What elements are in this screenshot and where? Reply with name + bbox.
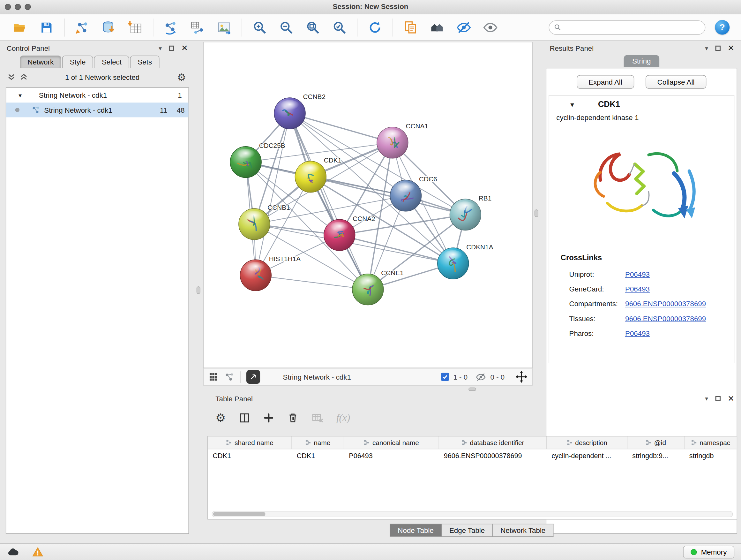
network-node-RB1[interactable] [450, 199, 481, 230]
search-input[interactable] [564, 23, 700, 31]
show-graphics-button[interactable] [479, 16, 501, 38]
column-header-canonical-name[interactable]: canonical name [344, 436, 439, 449]
open-session-button[interactable] [9, 16, 30, 38]
home-button[interactable] [426, 16, 448, 38]
collection-caret-icon[interactable]: ▼ [17, 92, 23, 98]
zoom-out-button[interactable] [275, 16, 297, 38]
add-column-button[interactable] [263, 412, 274, 424]
tab-sets[interactable]: Sets [130, 56, 159, 68]
zoom-in-button[interactable] [249, 16, 270, 38]
delete-column-button[interactable] [287, 412, 298, 424]
cell-id[interactable]: stringdb:9... [627, 449, 684, 462]
cell-canonical-name[interactable]: P06493 [344, 449, 439, 462]
tab-style[interactable]: Style [62, 56, 93, 68]
scrollbar-thumb[interactable] [213, 512, 266, 516]
panel-float-icon[interactable] [169, 45, 174, 51]
network-node-CCNA1[interactable] [377, 127, 408, 159]
column-header-name[interactable]: name [292, 436, 344, 449]
horizontal-scrollbar[interactable] [212, 511, 733, 517]
network-node-CDK1[interactable] [295, 161, 326, 192]
network-collection-row[interactable]: ▼ String Network - cdk1 1 [6, 88, 188, 103]
cell-description[interactable]: cyclin-dependent ... [547, 449, 628, 462]
network-from-selection-button[interactable] [160, 16, 182, 38]
network-options-gear-icon[interactable]: ⚙ [177, 72, 186, 82]
cell-database-identifier[interactable]: 9606.ENSP00000378699 [439, 449, 547, 462]
function-builder-button[interactable]: f(x) [336, 412, 350, 424]
cloud-sync-button[interactable] [7, 546, 19, 558]
help-button[interactable]: ? [715, 20, 730, 35]
network-node-HIST1H1A[interactable] [240, 260, 271, 291]
collapse-all-networks-button[interactable] [8, 73, 15, 81]
panel-float-icon[interactable] [715, 396, 720, 401]
selected-checkbox-icon[interactable] [441, 373, 449, 381]
zoom-fit-button[interactable] [302, 16, 324, 38]
network-edge-CCNB2-CCNE1[interactable] [290, 113, 368, 290]
panel-menu-icon[interactable]: ▾ [705, 44, 708, 51]
grid-view-button[interactable] [208, 372, 218, 382]
network-node-CDKN1A[interactable] [437, 248, 469, 279]
network-edge-CCNB2-HIST1H1A[interactable] [256, 113, 290, 275]
import-database-button[interactable] [98, 16, 119, 38]
crosslink-value-link[interactable]: P06493 [625, 270, 650, 278]
network-node-CCNB1[interactable] [239, 208, 270, 240]
crosslink-value-link[interactable]: 9606.ENSP00000378699 [625, 300, 706, 308]
save-session-button[interactable] [36, 16, 57, 38]
table-row[interactable]: CDK1 CDK1 P06493 9606.ENSP00000378699 cy… [208, 449, 737, 462]
copy-documents-button[interactable] [400, 16, 421, 38]
panel-menu-icon[interactable]: ▾ [158, 44, 162, 51]
memory-button[interactable]: Memory [683, 546, 734, 558]
column-header-description[interactable]: description [547, 436, 628, 449]
export-image-button[interactable] [213, 16, 235, 38]
warnings-button[interactable] [32, 546, 44, 558]
tab-node-table[interactable]: Node Table [390, 524, 442, 537]
pan-tool-button[interactable] [515, 371, 527, 383]
tab-network[interactable]: Network [20, 56, 61, 68]
network-node-CDC6[interactable] [390, 180, 421, 211]
apply-layout-button[interactable] [364, 16, 386, 38]
cell-namespace[interactable]: stringdb [684, 449, 737, 462]
right-splitter-handle[interactable] [535, 209, 538, 217]
tab-network-table[interactable]: Network Table [493, 524, 553, 537]
panel-close-icon[interactable]: ✕ [728, 394, 734, 402]
expand-all-button[interactable]: Expand All [577, 75, 634, 89]
hide-graphics-button[interactable] [453, 16, 475, 38]
collapse-all-button[interactable]: Collapse All [646, 75, 706, 89]
expand-all-networks-button[interactable] [20, 73, 27, 81]
table-options-button[interactable]: ⚙ [215, 412, 226, 424]
panel-close-icon[interactable]: ✕ [728, 44, 734, 52]
import-table-button[interactable] [125, 16, 146, 38]
birdseye-view-button[interactable] [224, 372, 234, 382]
crosslink-value-link[interactable]: 9606.ENSP00000378699 [625, 314, 706, 322]
panel-float-icon[interactable] [715, 45, 720, 51]
network-node-CCNA2[interactable] [324, 219, 355, 251]
column-header-namespace[interactable]: namespac [684, 436, 737, 449]
network-canvas[interactable]: CCNB2CCNA1CDC25BCDK1CDC6RB1CCNB1CCNA2CDK… [203, 42, 533, 368]
zoom-selected-button[interactable] [328, 16, 350, 38]
network-node-CCNE1[interactable] [352, 274, 384, 305]
crosslink-value-link[interactable]: P06493 [625, 329, 650, 337]
network-node-CCNB2[interactable] [274, 98, 306, 129]
cell-name[interactable]: CDK1 [292, 449, 344, 462]
tab-string[interactable]: String [623, 55, 659, 67]
tab-select[interactable]: Select [94, 56, 129, 68]
bottom-splitter-handle[interactable] [468, 388, 476, 391]
panel-close-icon[interactable]: ✕ [181, 44, 188, 52]
new-table-from-network-button[interactable] [187, 16, 208, 38]
left-splitter-handle[interactable] [197, 287, 200, 294]
network-edge-CCNB2-CCNA1[interactable] [290, 113, 393, 143]
network-edge-HIST1H1A-CCNE1[interactable] [256, 275, 368, 289]
tab-edge-table[interactable]: Edge Table [442, 524, 493, 537]
crosslink-value-link[interactable]: P06493 [625, 285, 650, 293]
column-header-id[interactable]: @id [627, 436, 684, 449]
clear-table-button[interactable] [311, 412, 324, 424]
network-row[interactable]: String Network - cdk1 11 48 [6, 103, 188, 117]
network-node-CDC25B[interactable] [230, 146, 261, 178]
select-columns-button[interactable] [239, 412, 250, 424]
column-header-shared-name[interactable]: shared name [208, 436, 292, 449]
import-network-button[interactable] [71, 16, 93, 38]
panel-menu-icon[interactable]: ▾ [705, 395, 708, 402]
detach-view-button[interactable] [246, 370, 260, 384]
cell-shared-name[interactable]: CDK1 [208, 449, 292, 462]
entry-caret-icon[interactable]: ▼ [569, 101, 576, 108]
column-header-database-identifier[interactable]: database identifier [439, 436, 547, 449]
